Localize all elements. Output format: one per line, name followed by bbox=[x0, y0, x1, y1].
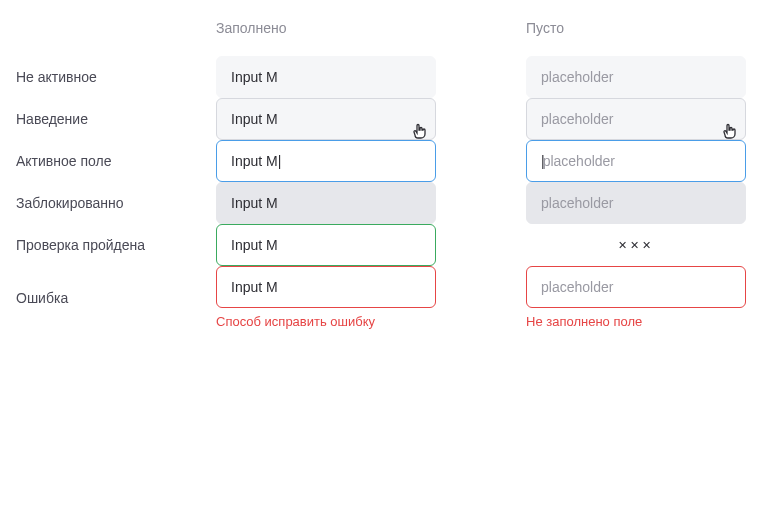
input-placeholder: placeholder bbox=[541, 111, 613, 127]
input-value: Input M bbox=[231, 237, 278, 253]
column-header-filled: Заполнено bbox=[216, 20, 436, 56]
input-value: Input M bbox=[231, 153, 281, 169]
error-message: Не заполнено поле bbox=[526, 314, 746, 329]
input-value: Input M bbox=[231, 69, 278, 85]
row-label-valid: Проверка пройдена bbox=[16, 237, 216, 253]
input-placeholder: placeholder bbox=[541, 279, 613, 295]
input-disabled-empty: placeholder bbox=[526, 182, 746, 224]
input-hover-filled[interactable]: Input M bbox=[216, 98, 436, 140]
input-placeholder: placeholder bbox=[541, 153, 615, 169]
input-value: Input M bbox=[231, 111, 278, 127]
row-label-active: Активное поле bbox=[16, 153, 216, 169]
error-message: Способ исправить ошибку bbox=[216, 314, 436, 329]
input-valid-filled[interactable]: Input M bbox=[216, 224, 436, 266]
input-placeholder: placeholder bbox=[541, 195, 613, 211]
input-error-empty[interactable]: placeholder bbox=[526, 266, 746, 308]
row-label-disabled: Заблокированно bbox=[16, 195, 216, 211]
input-active-filled[interactable]: Input M bbox=[216, 140, 436, 182]
input-value: Input M bbox=[231, 279, 278, 295]
column-header-empty: Пусто bbox=[526, 20, 746, 56]
input-active-empty[interactable]: placeholder bbox=[526, 140, 746, 182]
row-label-hover: Наведение bbox=[16, 111, 216, 127]
input-disabled-filled: Input M bbox=[216, 182, 436, 224]
input-inactive-empty[interactable]: placeholder bbox=[526, 56, 746, 98]
row-label-inactive: Не активное bbox=[16, 69, 216, 85]
input-hover-empty[interactable]: placeholder bbox=[526, 98, 746, 140]
masked-value: ✕✕✕ bbox=[526, 224, 746, 266]
input-placeholder: placeholder bbox=[541, 69, 613, 85]
row-label-error: Ошибка bbox=[16, 290, 216, 306]
input-error-filled[interactable]: Input M bbox=[216, 266, 436, 308]
input-value: Input M bbox=[231, 195, 278, 211]
input-inactive-filled[interactable]: Input M bbox=[216, 56, 436, 98]
